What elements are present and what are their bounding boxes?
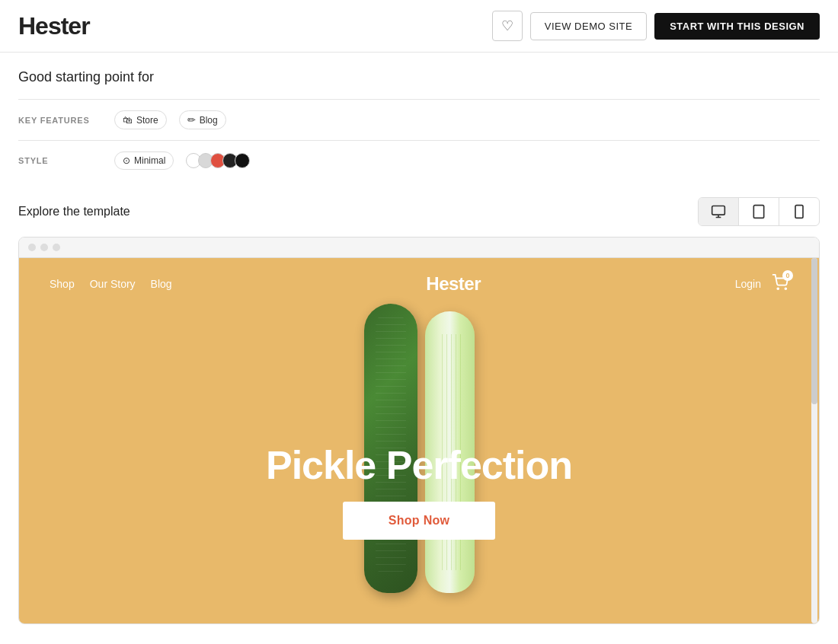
demo-cart[interactable]: 0	[772, 274, 788, 294]
device-switcher	[698, 197, 820, 226]
svg-point-8	[785, 288, 786, 289]
browser-dot-2	[40, 244, 48, 251]
preview-scrollbar[interactable]	[811, 258, 817, 623]
page-title: Hester	[18, 12, 90, 40]
top-header: Hester ♡ VIEW DEMO SITE START WITH THIS …	[0, 0, 838, 53]
view-demo-button[interactable]: VIEW DEMO SITE	[530, 12, 647, 40]
color-swatches	[186, 153, 250, 168]
heart-icon: ♡	[501, 18, 513, 34]
svg-rect-5	[795, 206, 803, 218]
preview-wrapper: Shop Our Story Blog Hester Login 0	[18, 237, 820, 624]
favorite-button[interactable]: ♡	[492, 11, 523, 41]
demo-logo: Hester	[426, 273, 481, 295]
demo-site: Shop Our Story Blog Hester Login 0	[19, 258, 819, 623]
demo-nav-our-story[interactable]: Our Story	[90, 278, 136, 290]
explore-label: Explore the template	[18, 205, 130, 218]
hero-content: Pickle Perfection Shop Now	[19, 442, 819, 540]
start-design-button[interactable]: START WITH THIS DESIGN	[654, 13, 820, 40]
feature-label-store: Store	[136, 115, 158, 126]
browser-bar	[19, 238, 819, 258]
feature-tag-blog: ✏ Blog	[179, 110, 226, 129]
shop-now-button[interactable]: Shop Now	[343, 502, 496, 540]
mobile-icon	[792, 204, 807, 219]
svg-rect-0	[712, 206, 725, 215]
style-tag: ⊙ Minimal	[114, 151, 174, 170]
device-mobile-button[interactable]	[779, 198, 819, 225]
preview-inner: Shop Our Story Blog Hester Login 0	[19, 258, 819, 623]
demo-nav-shop[interactable]: Shop	[50, 278, 75, 290]
swatch-black[interactable]	[235, 153, 250, 168]
browser-dot-3	[53, 244, 60, 251]
explore-section: Explore the template	[0, 180, 838, 237]
browser-dot-1	[28, 244, 36, 251]
demo-nav-blog[interactable]: Blog	[151, 278, 172, 290]
svg-rect-3	[753, 206, 763, 218]
header-actions: ♡ VIEW DEMO SITE START WITH THIS DESIGN	[492, 11, 820, 41]
info-section: Good starting point for KEY FEATURES 🛍 S…	[0, 53, 838, 180]
cart-badge: 0	[782, 270, 793, 281]
style-row: STYLE ⊙ Minimal	[18, 140, 820, 180]
hero-title: Pickle Perfection	[19, 442, 819, 488]
style-label: STYLE	[18, 156, 102, 165]
svg-point-7	[777, 288, 779, 289]
desktop-icon	[711, 204, 726, 219]
blog-icon: ✏	[187, 114, 196, 126]
tablet-icon	[751, 204, 766, 219]
feature-label-blog: Blog	[200, 115, 218, 126]
demo-nav: Shop Our Story Blog Hester Login 0	[19, 258, 819, 310]
store-icon: 🛍	[123, 114, 133, 126]
device-tablet-button[interactable]	[738, 198, 779, 225]
demo-nav-right: Login 0	[735, 274, 788, 294]
feature-tag-store: 🛍 Store	[114, 110, 167, 129]
demo-nav-left: Shop Our Story Blog	[50, 278, 172, 290]
device-desktop-button[interactable]	[699, 198, 738, 225]
demo-nav-login[interactable]: Login	[735, 278, 761, 290]
key-features-row: KEY FEATURES 🛍 Store ✏ Blog	[18, 99, 820, 140]
style-icon: ⊙	[123, 155, 130, 166]
starting-point-label: Good starting point for	[18, 69, 820, 85]
style-tag-label: Minimal	[134, 155, 165, 166]
key-features-label: KEY FEATURES	[18, 116, 102, 125]
